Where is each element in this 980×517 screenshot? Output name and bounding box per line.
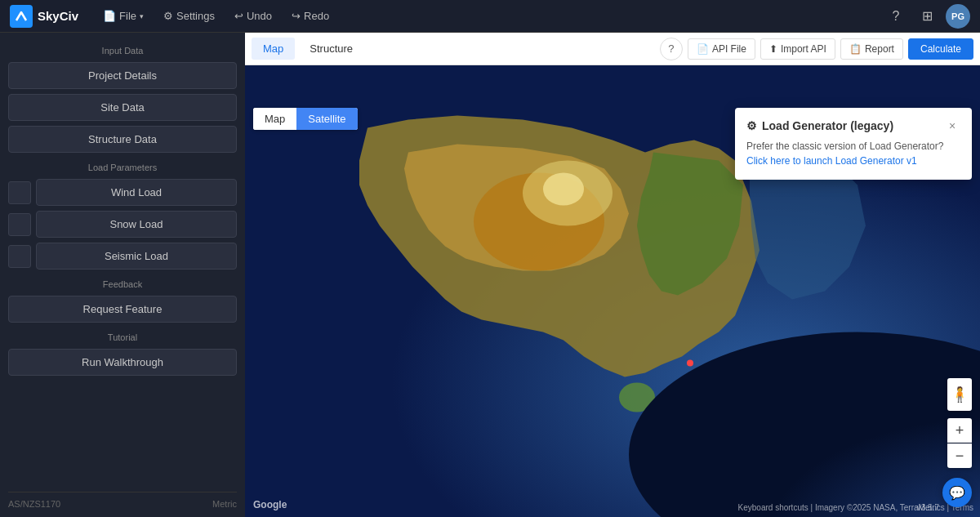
popup-title: ⚙ Load Generator (legacy) — [746, 119, 893, 132]
map-toolbar-right: ? 📄 API File ⬆ Import API 📋 Report Calcu… — [660, 38, 973, 60]
version-badge: v3.5.7 — [917, 503, 939, 512]
calculate-button[interactable]: Calculate — [908, 38, 973, 60]
help-icon: ? — [893, 9, 900, 24]
sidebar-footer: AS/NZS1170 Metric — [8, 492, 237, 509]
nav-right: ? ⊞ PG — [884, 4, 970, 29]
report-button[interactable]: 📋 Report — [840, 38, 903, 60]
map-type-toggle: Map Satellite — [253, 108, 358, 130]
grid-button[interactable]: ⊞ — [915, 4, 939, 29]
zoom-in-button[interactable]: + — [947, 418, 972, 443]
api-file-label: API File — [712, 43, 746, 55]
undo-icon: ↩ — [234, 10, 243, 22]
popup-title-text: Load Generator (legacy) — [762, 119, 893, 132]
seismic-load-checkbox[interactable] — [8, 245, 31, 268]
import-api-button[interactable]: ⬆ Import API — [760, 38, 835, 60]
redo-icon: ↪ — [292, 10, 301, 22]
seismic-load-row: Seismic Load — [8, 243, 237, 270]
nav-redo[interactable]: ↪ Redo — [283, 7, 337, 25]
svg-point-7 — [687, 360, 693, 367]
street-view-icon: 🧍 — [951, 386, 969, 403]
tutorial-label: Tutorial — [8, 332, 237, 342]
tab-structure[interactable]: Structure — [298, 38, 364, 60]
logo[interactable]: SkyCiv — [10, 5, 78, 28]
map-content[interactable]: Map Satellite 🧍 + − Google Keyboard shor… — [245, 65, 980, 517]
import-api-label: Import API — [781, 43, 826, 55]
import-icon: ⬆ — [769, 43, 777, 55]
site-data-button[interactable]: Site Data — [8, 94, 237, 121]
units-label: Metric — [212, 499, 237, 509]
map-toolbar: Map Structure ? 📄 API File ⬆ Import API … — [245, 33, 980, 65]
run-walkthrough-button[interactable]: Run Walkthrough — [8, 349, 237, 376]
file-chevron: ▾ — [140, 12, 144, 20]
standard-label: AS/NZS1170 — [8, 499, 60, 509]
map-zoom-controls: + − — [947, 418, 972, 468]
nav-undo-label: Undo — [247, 10, 272, 22]
report-icon: 📋 — [849, 43, 862, 55]
wind-load-button[interactable]: Wind Load — [36, 179, 237, 206]
load-generator-popup: ⚙ Load Generator (legacy) × Prefer the c… — [735, 108, 972, 180]
popup-body-text: Prefer the classic version of Load Gener… — [746, 140, 943, 152]
structure-data-button[interactable]: Structure Data — [8, 126, 237, 153]
nav-menu: 📄 File ▾ ⚙ Settings ↩ Undo ↪ Redo — [95, 7, 884, 25]
seismic-load-button[interactable]: Seismic Load — [36, 243, 237, 270]
popup-header: ⚙ Load Generator (legacy) × — [746, 118, 960, 134]
popup-gear-icon: ⚙ — [746, 119, 757, 132]
top-navigation: SkyCiv 📄 File ▾ ⚙ Settings ↩ Undo ↪ Redo… — [0, 0, 980, 33]
map-area: Map Structure ? 📄 API File ⬆ Import API … — [245, 33, 980, 517]
google-label: Google — [253, 499, 287, 510]
zoom-out-button[interactable]: − — [947, 443, 972, 468]
wind-load-row: Wind Load — [8, 179, 237, 206]
sidebar: Input Data Project Details Site Data Str… — [0, 33, 245, 517]
input-data-label: Input Data — [8, 46, 237, 56]
grid-icon: ⊞ — [922, 8, 933, 24]
chat-bubble-button[interactable]: 💬 — [942, 478, 972, 507]
nav-settings-label: Settings — [176, 10, 215, 22]
settings-icon: ⚙ — [163, 10, 173, 22]
svg-point-6 — [543, 173, 584, 206]
snow-load-checkbox[interactable] — [8, 213, 31, 236]
street-view-button[interactable]: 🧍 — [947, 378, 972, 411]
logo-icon — [10, 5, 33, 28]
chat-icon: 💬 — [949, 485, 965, 501]
request-feature-button[interactable]: Request Feature — [8, 296, 237, 323]
help-button[interactable]: ? — [884, 4, 908, 29]
api-file-button[interactable]: 📄 API File — [688, 38, 755, 60]
nav-redo-label: Redo — [304, 10, 329, 22]
popup-body: Prefer the classic version of Load Gener… — [746, 139, 960, 168]
user-avatar[interactable]: PG — [946, 4, 970, 29]
feedback-label: Feedback — [8, 279, 237, 289]
nav-file-label: File — [119, 10, 136, 22]
wind-load-checkbox[interactable] — [8, 181, 31, 204]
nav-settings[interactable]: ⚙ Settings — [155, 7, 223, 25]
nav-file[interactable]: 📄 File ▾ — [95, 7, 152, 25]
map-help-button[interactable]: ? — [660, 38, 683, 60]
tab-map[interactable]: Map — [252, 38, 295, 60]
map-type-map-button[interactable]: Map — [253, 108, 296, 130]
popup-close-button[interactable]: × — [944, 118, 960, 134]
report-label: Report — [865, 43, 894, 55]
snow-load-button[interactable]: Snow Load — [36, 211, 237, 238]
nav-undo[interactable]: ↩ Undo — [226, 7, 280, 25]
project-details-button[interactable]: Project Details — [8, 62, 237, 89]
user-initials: PG — [951, 11, 964, 21]
file-icon: 📄 — [103, 10, 116, 22]
api-file-icon: 📄 — [697, 43, 709, 55]
snow-load-row: Snow Load — [8, 211, 237, 238]
logo-text: SkyCiv — [38, 9, 78, 23]
map-type-satellite-button[interactable]: Satellite — [296, 108, 357, 130]
main-layout: Input Data Project Details Site Data Str… — [0, 33, 980, 517]
load-parameters-label: Load Parameters — [8, 163, 237, 172]
popup-link[interactable]: Click here to launch Load Generator v1 — [746, 155, 917, 167]
